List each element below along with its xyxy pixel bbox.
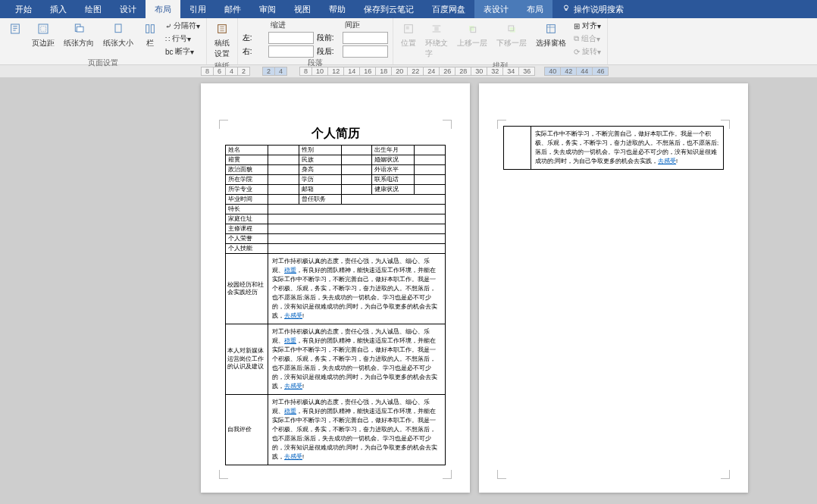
breaks-button[interactable]: ⤶ 分隔符 ▾ — [164, 20, 202, 32]
size-button[interactable]: 纸张大小 — [100, 20, 136, 50]
section-campus-label[interactable]: 校园经历和社会实践经历 — [226, 254, 268, 324]
text-direction-button[interactable]: 文字方向 — [5, 20, 26, 39]
send-backward-icon — [504, 21, 519, 36]
search-placeholder-text: 操作说明搜索 — [574, 4, 624, 15]
ribbon-group-paragraph: 缩进 左: 右: 间距 段前: — [238, 18, 393, 64]
ribbon-group-page-setup: 文字方向 页边距 纸张方向 纸张大小 栏 ⤶ 分隔符 ▾ — [0, 18, 207, 64]
position-icon — [401, 21, 416, 36]
send-backward-button[interactable]: 下移一层 — [493, 20, 530, 50]
tab-home[interactable]: 开始 — [6, 0, 41, 18]
margins-button[interactable]: 页边距 — [29, 20, 58, 50]
ruler-seg-3: 81012141618202224262830323436 — [299, 67, 535, 76]
bring-forward-icon — [465, 21, 480, 36]
rotate-button[interactable]: ⟳ 旋转 ▾ — [572, 45, 603, 58]
ruler-seg-4: 40424446 — [544, 67, 609, 76]
tab-help[interactable]: 帮助 — [320, 0, 355, 18]
align-icon: ⊞ — [574, 22, 580, 30]
tab-design[interactable]: 设计 — [111, 0, 146, 18]
cell-gender-label[interactable]: 性别 — [299, 146, 341, 155]
svg-rect-6 — [115, 24, 121, 33]
crop-mark-bl — [219, 470, 228, 479]
space-after-input[interactable] — [343, 45, 388, 58]
tab-mailings[interactable]: 邮件 — [215, 0, 250, 18]
margins-icon — [36, 21, 51, 36]
spacing-header: 间距 — [317, 20, 388, 30]
page-1[interactable]: 个人简历 姓名 性别 出生年月 籍贯 民族 婚姻状况 政治面貌 身高 外语水平 — [201, 83, 470, 493]
svg-rect-11 — [405, 27, 409, 30]
crop-mark-tl — [219, 120, 228, 129]
svg-rect-13 — [469, 26, 474, 31]
manuscript-icon — [214, 21, 230, 36]
indent-left-input[interactable] — [268, 32, 314, 44]
ruler-seg-2: 24 — [262, 67, 287, 76]
crop-mark-tr — [443, 120, 452, 129]
svg-rect-5 — [77, 27, 83, 32]
crop-mark-br — [443, 470, 452, 479]
tab-draw[interactable]: 绘图 — [76, 0, 111, 18]
tab-cloud-notes[interactable]: 保存到云笔记 — [355, 0, 423, 18]
resume-table-continued[interactable]: 实际工作中不断学习，不断完善自己，做好本职工作。我是一个积极、乐观，务实，不断学… — [503, 126, 724, 170]
document-title: 个人简历 — [225, 126, 446, 142]
ribbon: 文字方向 页边距 纸张方向 纸张大小 栏 ⤶ 分隔符 ▾ — [0, 18, 817, 65]
svg-rect-1 — [11, 24, 20, 33]
section-understanding-label[interactable]: 本人对新媒体运营岗位工作的认识及建议 — [226, 324, 268, 395]
page-2[interactable]: 实际工作中不断学习，不断完善自己，做好本职工作。我是一个积极、乐观，务实，不断学… — [479, 83, 748, 493]
svg-rect-2 — [39, 24, 48, 33]
cell-name-label[interactable]: 姓名 — [226, 146, 268, 155]
rotate-icon: ⟳ — [574, 48, 580, 56]
section-selfeval-text[interactable]: 对工作持积极认真的态度，责任心强，为人诚恳、细心、乐观、稳重，有良好的团队精神，… — [268, 395, 446, 465]
ribbon-group-manuscript: 稿纸 设置 稿纸 — [207, 18, 238, 64]
hyphenation-icon: bc — [165, 48, 174, 56]
tab-review[interactable]: 审阅 — [250, 0, 285, 18]
align-button[interactable]: ⊞ 对齐 ▾ — [572, 20, 603, 32]
cell-birth-label[interactable]: 出生年月 — [372, 146, 415, 155]
line-numbers-button[interactable]: ∷ 行号 ▾ — [164, 33, 202, 45]
crop-mark-bl-2 — [497, 470, 506, 479]
section-selfeval-label[interactable]: 自我评价 — [226, 395, 268, 465]
document-workspace: 个人简历 姓名 性别 出生年月 籍贯 民族 婚姻状况 政治面貌 身高 外语水平 — [0, 77, 817, 499]
cell-name-val[interactable] — [268, 146, 299, 155]
p2-empty-cell[interactable] — [504, 127, 531, 170]
cell-gender-val[interactable] — [341, 146, 372, 155]
tab-insert[interactable]: 插入 — [41, 0, 76, 18]
indent-right-input[interactable] — [268, 45, 314, 58]
tab-layout[interactable]: 布局 — [146, 0, 180, 18]
p2-text-cell[interactable]: 实际工作中不断学习，不断完善自己，做好本职工作。我是一个积极、乐观，务实，不断学… — [531, 127, 724, 170]
svg-rect-12 — [434, 27, 438, 30]
space-after-label: 段后: — [317, 46, 340, 57]
indent-header: 缩进 — [243, 20, 314, 30]
tab-table-design[interactable]: 表设计 — [474, 0, 518, 18]
space-before-label: 段前: — [317, 33, 340, 43]
bring-forward-button[interactable]: 上移一层 — [454, 20, 490, 50]
tab-references[interactable]: 引用 — [180, 0, 215, 18]
space-before-input[interactable] — [343, 32, 388, 44]
position-button[interactable]: 位置 — [398, 20, 419, 50]
tab-baidu-netdisk[interactable]: 百度网盘 — [423, 0, 474, 18]
hyphenation-button[interactable]: bc 断字 ▾ — [164, 45, 202, 58]
orientation-button[interactable]: 纸张方向 — [61, 20, 97, 50]
crop-mark-tl-2 — [497, 120, 506, 129]
group-icon: ⧉ — [574, 34, 579, 43]
section-campus-text[interactable]: 对工作持积极认真的态度，责任心强，为人诚恳、细心、乐观、稳重，有良好的团队精神，… — [268, 254, 446, 324]
columns-icon — [142, 21, 158, 36]
columns-button[interactable]: 栏 — [139, 20, 161, 50]
tell-me-search[interactable]: 操作说明搜索 — [552, 4, 624, 15]
breaks-icon: ⤶ — [165, 22, 171, 30]
tab-view[interactable]: 视图 — [285, 0, 320, 18]
selection-pane-button[interactable]: 选择窗格 — [533, 20, 569, 50]
manuscript-settings-button[interactable]: 稿纸 设置 — [211, 20, 233, 61]
section-understanding-text[interactable]: 对工作持积极认真的态度，责任心强，为人诚恳、细心、乐观、稳重，有良好的团队精神，… — [268, 324, 446, 395]
svg-rect-17 — [546, 25, 555, 33]
cell-birth-val[interactable] — [415, 146, 446, 155]
svg-rect-15 — [510, 27, 515, 33]
wrap-text-button[interactable]: 环绕文 字 — [422, 20, 451, 61]
wrap-icon — [429, 21, 444, 36]
ribbon-group-arrange: 位置 环绕文 字 上移一层 下移一层 选择窗格 ⊞ 对齐 ▾ — [393, 18, 608, 64]
resume-table[interactable]: 姓名 性别 出生年月 籍贯 民族 婚姻状况 政治面貌 身高 外语水平 所在学院 … — [225, 145, 446, 465]
indent-left-label: 左: — [243, 33, 265, 43]
ruler-seg-1: 8642 — [201, 67, 250, 76]
tab-table-layout[interactable]: 布局 — [518, 0, 552, 18]
group-button[interactable]: ⧉ 组合 ▾ — [572, 33, 603, 45]
menu-bar: 开始 插入 绘图 设计 布局 引用 邮件 审阅 视图 帮助 保存到云笔记 百度网… — [0, 0, 817, 18]
svg-point-0 — [565, 5, 568, 9]
